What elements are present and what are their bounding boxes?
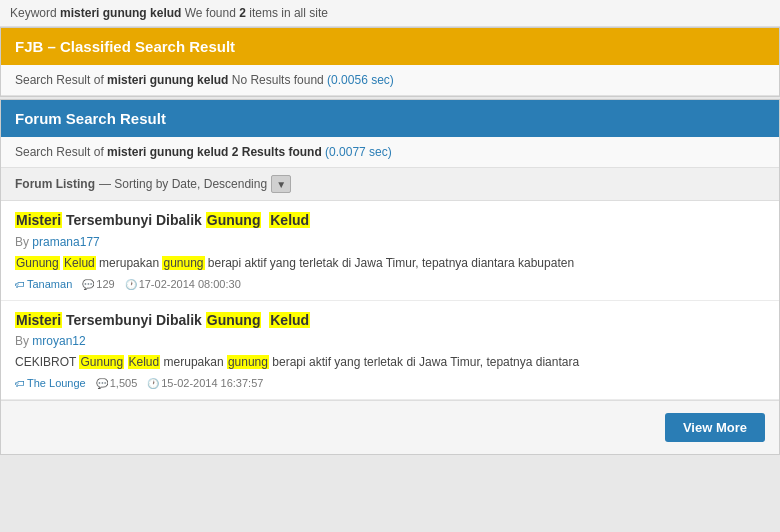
- result-author-2: By mroyan12: [15, 334, 765, 348]
- forum-subheader: Search Result of misteri gunung kelud 2 …: [1, 137, 779, 168]
- result-item-1: Misteri Tersembunyi Dibalik Gunung Kelud…: [1, 201, 779, 301]
- result-snippet-1: Gunung Kelud merupakan gunung berapi akt…: [15, 254, 765, 272]
- result-title-1: Misteri Tersembunyi Dibalik Gunung Kelud: [15, 211, 765, 231]
- forum-subheader-count: 2 Results found: [228, 145, 325, 159]
- title-highlight-kelud-1: Kelud: [269, 212, 310, 228]
- snippet-highlight-gunung2-2: gunung: [227, 355, 269, 369]
- snippet-highlight-kelud-1: Kelud: [63, 256, 96, 270]
- title-highlight-misteri-2: Misteri: [15, 312, 62, 328]
- view-more-button[interactable]: View More: [665, 413, 765, 442]
- fjb-section-header: FJB – Classified Search Result: [1, 28, 779, 65]
- title-highlight-gunung-2: Gunung: [206, 312, 262, 328]
- date-text-2: 15-02-2014 16:37:57: [161, 377, 263, 389]
- forum-header-label: Forum Search Result: [15, 110, 166, 127]
- comment-icon-2: [96, 377, 108, 389]
- sorting-text: — Sorting by Date, Descending: [99, 177, 267, 191]
- topbar-suffix: We found: [181, 6, 239, 20]
- result-tag-2: The Lounge: [15, 377, 86, 389]
- result-date-2: 15-02-2014 16:37:57: [147, 377, 263, 389]
- result-meta-2: The Lounge 1,505 15-02-2014 16:37:57: [15, 377, 765, 389]
- topbar-end: items in all site: [246, 6, 328, 20]
- title-text-2: Tersembunyi Dibalik: [66, 312, 202, 328]
- result-tag-1: Tanaman: [15, 278, 72, 290]
- fjb-subheader-time: (0.0056 sec): [327, 73, 394, 87]
- forum-section: Forum Search Result Search Result of mis…: [0, 99, 780, 455]
- title-text-1: Tersembunyi Dibalik: [66, 212, 202, 228]
- bottom-bar: View More: [1, 400, 779, 454]
- topbar: Keyword misteri gunung kelud We found 2 …: [0, 0, 780, 27]
- topbar-keyword: misteri gunung kelud: [60, 6, 181, 20]
- title-highlight-kelud-2: Kelud: [269, 312, 310, 328]
- comment-count-2: 1,505: [110, 377, 138, 389]
- snippet-highlight-gunung-2: Gunung: [79, 355, 124, 369]
- result-comments-2: 1,505: [96, 377, 138, 389]
- topbar-count: 2: [239, 6, 246, 20]
- forum-section-header: Forum Search Result: [1, 100, 779, 137]
- forum-subheader-prefix: Search Result of: [15, 145, 107, 159]
- forum-listing-bar: Forum Listing — Sorting by Date, Descend…: [1, 168, 779, 201]
- forum-subheader-time: (0.0077 sec): [325, 145, 392, 159]
- comment-icon-1: [82, 278, 94, 290]
- title-highlight-gunung-1: Gunung: [206, 212, 262, 228]
- snippet-highlight-gunung-1: Gunung: [15, 256, 60, 270]
- result-meta-1: Tanaman 129 17-02-2014 08:00:30: [15, 278, 765, 290]
- fjb-subheader-keyword: misteri gunung kelud: [107, 73, 228, 87]
- result-snippet-2: CEKIBROT Gunung Kelud merupakan gunung b…: [15, 353, 765, 371]
- result-date-1: 17-02-2014 08:00:30: [125, 278, 241, 290]
- fjb-section: FJB – Classified Search Result Search Re…: [0, 27, 780, 97]
- topbar-prefix: Keyword: [10, 6, 60, 20]
- fjb-header-label: FJB – Classified Search Result: [15, 38, 235, 55]
- author-link-2[interactable]: mroyan12: [32, 334, 85, 348]
- fjb-subheader-prefix: Search Result of: [15, 73, 107, 87]
- comment-count-1: 129: [96, 278, 114, 290]
- listing-label: Forum Listing: [15, 177, 95, 191]
- result-item-2: Misteri Tersembunyi Dibalik Gunung Kelud…: [1, 301, 779, 401]
- result-comments-1: 129: [82, 278, 114, 290]
- clock-icon-1: [125, 278, 137, 290]
- fjb-subheader-suffix: No Results found: [228, 73, 327, 87]
- author-link-1[interactable]: pramana177: [32, 235, 99, 249]
- result-author-1: By pramana177: [15, 235, 765, 249]
- date-text-1: 17-02-2014 08:00:30: [139, 278, 241, 290]
- title-highlight-misteri-1: Misteri: [15, 212, 62, 228]
- result-title-2: Misteri Tersembunyi Dibalik Gunung Kelud: [15, 311, 765, 331]
- sort-button[interactable]: ▼: [271, 175, 291, 193]
- snippet-highlight-kelud-2: Kelud: [128, 355, 161, 369]
- tag-link-1[interactable]: Tanaman: [15, 278, 72, 290]
- tag-link-2[interactable]: The Lounge: [15, 377, 86, 389]
- clock-icon-2: [147, 377, 159, 389]
- fjb-subheader: Search Result of misteri gunung kelud No…: [1, 65, 779, 96]
- snippet-highlight-gunung2-1: gunung: [162, 256, 204, 270]
- forum-subheader-keyword: misteri gunung kelud: [107, 145, 228, 159]
